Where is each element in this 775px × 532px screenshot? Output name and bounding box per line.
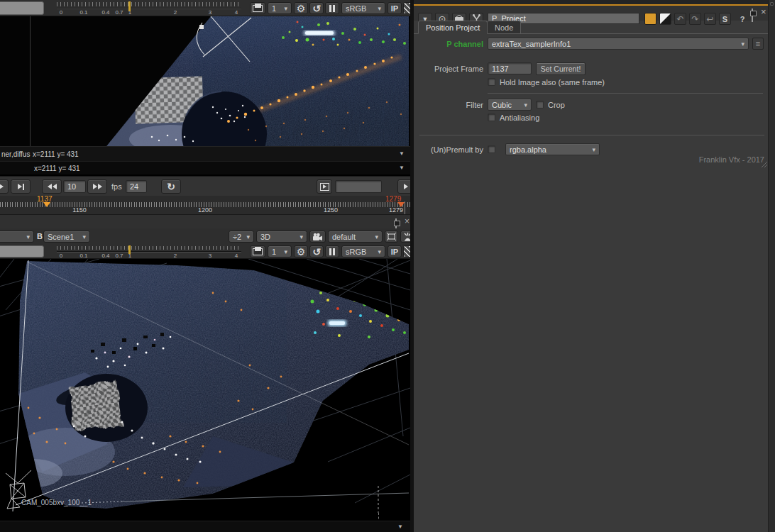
channel-mask-swatch[interactable] bbox=[659, 13, 671, 25]
monitor-icon bbox=[253, 5, 263, 12]
pause-button[interactable] bbox=[325, 245, 339, 257]
viewer2d-canvas[interactable] bbox=[0, 16, 410, 146]
close-pane-icon[interactable]: × bbox=[405, 216, 410, 226]
viewer3d-infobar-bottom: ▼ bbox=[0, 521, 410, 532]
section-divider bbox=[419, 135, 764, 135]
transport-bar: 10 fps 24 ↻ bbox=[0, 176, 410, 196]
premult-channel-dropdown[interactable]: rgba.alpha▾ bbox=[505, 143, 600, 155]
collapse-triangle-icon[interactable]: ▼ bbox=[397, 523, 403, 530]
p-channel-dropdown[interactable]: extraTex_samplerInfo1▾ bbox=[488, 38, 749, 50]
range-options-button[interactable] bbox=[397, 179, 410, 194]
undo-icon: ↶ bbox=[676, 14, 683, 24]
camera-view-dropdown[interactable]: default▾ bbox=[328, 231, 383, 243]
gain-tick-label: 0.1 bbox=[79, 253, 87, 259]
fps-input[interactable]: 24 bbox=[126, 180, 147, 193]
gain-tick-label: 3 bbox=[209, 9, 211, 16]
channel-equals-button[interactable]: = bbox=[752, 38, 764, 50]
set-current-button[interactable]: Set Current! bbox=[536, 62, 586, 75]
gate-display-button[interactable] bbox=[385, 231, 398, 243]
viewer2d-infobar: ner,diffus x=2111 y= 431 ▼ bbox=[0, 146, 410, 161]
gain-slider-ticks bbox=[57, 246, 241, 250]
input-process-button[interactable]: IP bbox=[388, 245, 402, 257]
gain-tick-label: 0 bbox=[60, 253, 62, 259]
premult-checkbox[interactable] bbox=[488, 145, 495, 153]
pause-button[interactable] bbox=[325, 2, 339, 14]
colorspace-dropdown[interactable]: sRGB▾ bbox=[341, 245, 385, 257]
next-frame-button[interactable] bbox=[11, 179, 31, 194]
gain-value-box[interactable] bbox=[0, 245, 44, 257]
gain-tick-label: 0.7 bbox=[115, 253, 123, 259]
timeline[interactable]: 1137 1279 1150 1200 1250 1279 bbox=[0, 196, 410, 214]
b-buffer-dropdown[interactable]: Scene1▾ bbox=[43, 231, 90, 243]
back-step-button[interactable] bbox=[42, 179, 62, 194]
redo-icon: ↷ bbox=[691, 14, 698, 24]
panel-scrollbar[interactable] bbox=[768, 0, 775, 532]
viewer3d-canvas[interactable]: CAM_005bxv_100__1 bbox=[0, 259, 410, 513]
rewind-icon bbox=[48, 184, 52, 189]
section-divider bbox=[488, 93, 763, 94]
playhead-marker[interactable] bbox=[43, 202, 50, 207]
proxy-stripes-button[interactable] bbox=[403, 2, 410, 14]
a-buffer-dropdown[interactable]: -▾ bbox=[0, 231, 34, 243]
gain-slider-handle[interactable] bbox=[128, 245, 131, 254]
channel-view-dropdown[interactable]: 1▾ bbox=[268, 2, 292, 14]
undo-button[interactable]: ↶ bbox=[674, 13, 686, 25]
scrollbar-top-cap bbox=[770, 2, 774, 6]
p-channel-label: P channel bbox=[418, 40, 483, 48]
pane-header-strip: × bbox=[0, 214, 410, 228]
frame-step-input[interactable]: 10 bbox=[63, 180, 86, 193]
viewer-pane: 0 0.1 0.4 0.7 1 2 3 4 1▾ ⚙ ↺ sRGB▾ IP bbox=[0, 0, 410, 532]
monitor-output-button[interactable] bbox=[250, 2, 265, 14]
playback-range-input[interactable] bbox=[335, 180, 382, 193]
antialiasing-checkbox[interactable] bbox=[488, 113, 495, 121]
help-button[interactable]: ? bbox=[737, 13, 748, 25]
script-button[interactable]: S bbox=[719, 13, 731, 25]
revert-button[interactable]: ↩ bbox=[704, 13, 716, 25]
viewer3d-scene: CAM_005bxv_100__1 bbox=[0, 259, 410, 513]
colorspace-dropdown[interactable]: sRGB▾ bbox=[341, 2, 385, 14]
checkerboard-projection bbox=[69, 381, 122, 431]
proxy-stripes-button[interactable] bbox=[403, 245, 410, 257]
redo-button[interactable]: ↷ bbox=[689, 13, 701, 25]
tab-node[interactable]: Node bbox=[487, 21, 521, 34]
tab-position-project[interactable]: Position Project bbox=[418, 21, 488, 34]
roi-gear-button[interactable]: ⚙ bbox=[294, 2, 308, 14]
collapse-triangle-icon[interactable]: ▼ bbox=[399, 150, 405, 157]
gain-value-box[interactable] bbox=[0, 1, 44, 15]
project-frame-input[interactable]: 1137 bbox=[488, 62, 532, 74]
chevron-down-icon: ▾ bbox=[375, 233, 378, 240]
filter-dropdown[interactable]: Cubic▾ bbox=[488, 99, 532, 111]
play-window-icon bbox=[320, 183, 329, 191]
pause-icon bbox=[329, 248, 331, 255]
channel-view-dropdown[interactable]: 1▾ bbox=[268, 245, 292, 257]
update-refresh-button[interactable]: ↺ bbox=[309, 245, 324, 257]
hold-image-checkbox[interactable] bbox=[488, 78, 495, 86]
revert-icon: ↩ bbox=[706, 14, 713, 24]
flipbook-button[interactable] bbox=[317, 179, 332, 194]
forward-step-button[interactable] bbox=[87, 179, 107, 194]
view-mode-dropdown[interactable]: 3D▾ bbox=[256, 231, 307, 243]
timeline-tick-label: 1200 bbox=[198, 206, 212, 214]
play-to-keyframe-button[interactable] bbox=[0, 179, 9, 194]
viewer2d-scene bbox=[0, 16, 410, 146]
float-panel-icon[interactable] bbox=[752, 9, 753, 22]
lock-camera-button[interactable] bbox=[309, 231, 326, 243]
gain-slider-handle[interactable] bbox=[128, 1, 131, 11]
interaction-mode-button[interactable] bbox=[400, 231, 410, 243]
viewer2d-toolbar: 0 0.1 0.4 0.7 1 2 3 4 1▾ ⚙ ↺ sRGB▾ IP bbox=[0, 0, 410, 16]
collapse-triangle-icon[interactable]: ▼ bbox=[399, 165, 405, 171]
close-panel-icon[interactable]: × bbox=[761, 6, 766, 17]
viewer3d-infobar-top: x=2111 y= 431 ▼ bbox=[0, 161, 410, 174]
input-process-button[interactable]: IP bbox=[388, 2, 402, 14]
update-refresh-button[interactable]: ↺ bbox=[309, 2, 324, 14]
node-color-swatch[interactable] bbox=[644, 13, 656, 25]
loop-mode-button[interactable]: ↻ bbox=[161, 179, 181, 194]
resize-grip-icon[interactable] bbox=[762, 162, 768, 168]
downrez-dropdown[interactable]: ÷2▾ bbox=[229, 231, 254, 243]
roi-gear-button[interactable]: ⚙ bbox=[294, 245, 308, 257]
crop-checkbox[interactable] bbox=[536, 101, 544, 109]
fast-forward-icon bbox=[93, 184, 97, 189]
gain-tick-label: 2 bbox=[174, 253, 177, 259]
widget-handle[interactable] bbox=[199, 25, 204, 29]
monitor-output-button[interactable] bbox=[250, 245, 265, 257]
